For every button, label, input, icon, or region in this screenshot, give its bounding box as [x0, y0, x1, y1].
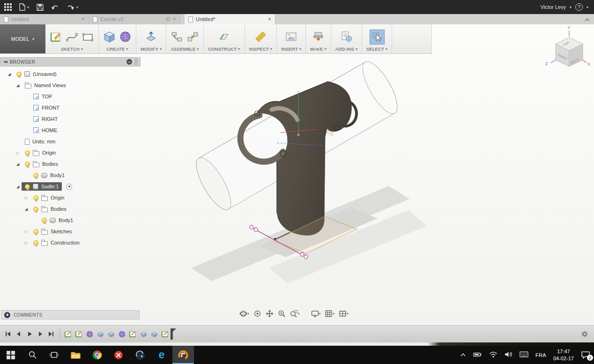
redo-button[interactable]: ▾: [67, 4, 78, 11]
browser-item-units[interactable]: Units: mm: [0, 136, 141, 147]
zoom-window-button[interactable]: ▾: [289, 308, 301, 319]
start-button[interactable]: [0, 346, 22, 364]
expand-arrow-icon[interactable]: ◢: [6, 72, 13, 76]
document-tab-cariole-v2[interactable]: Cariole v2 ×: [89, 14, 180, 24]
visibility-bulb-icon[interactable]: [16, 72, 22, 77]
browser-item-view-right[interactable]: RIGHT: [0, 113, 141, 125]
action-center-icon[interactable]: 2: [581, 351, 590, 359]
file-menu-button[interactable]: ▾: [19, 3, 29, 11]
assemble-menu[interactable]: ASSEMBLE▾: [171, 46, 199, 52]
expand-arrow-icon[interactable]: ◢: [14, 83, 22, 88]
spline-tool-button[interactable]: [66, 30, 78, 43]
timeline-extrude-feature-icon[interactable]: [97, 330, 104, 338]
timeline-play-button[interactable]: [25, 330, 34, 338]
select-menu[interactable]: SELECT▾: [366, 46, 387, 52]
viewports-button[interactable]: ▾: [337, 308, 350, 319]
help-button[interactable]: ?: [575, 3, 583, 11]
close-tab-icon[interactable]: ×: [82, 16, 85, 22]
timeline-step-back-button[interactable]: [15, 330, 23, 338]
fusion-360-icon[interactable]: [172, 346, 194, 364]
browser-item-body1[interactable]: Body1: [0, 170, 141, 181]
construct-menu[interactable]: CONSTRUCT▾: [208, 46, 240, 52]
timeline-extrude-feature-icon[interactable]: [107, 330, 115, 338]
insert-menu[interactable]: INSERT▾: [281, 46, 301, 52]
insert-canvas-button[interactable]: [285, 30, 297, 43]
expand-arrow-icon[interactable]: ◢: [22, 207, 30, 211]
browser-item-sadle-1[interactable]: ◢ Sadle:1: [0, 181, 141, 192]
visibility-bulb-icon[interactable]: [25, 162, 30, 167]
timeline-sketch-feature-icon[interactable]: [64, 330, 72, 338]
close-tab-icon[interactable]: ×: [173, 16, 176, 22]
timeline-position-marker[interactable]: [171, 328, 173, 340]
timeline-form-feature-icon[interactable]: [118, 330, 126, 338]
expand-arrow-icon[interactable]: ◢: [14, 185, 22, 189]
timeline-extrude-feature-icon[interactable]: [150, 330, 158, 338]
browser-item-view-top[interactable]: TOP: [0, 91, 141, 102]
timeline-sketch-feature-icon[interactable]: [75, 330, 83, 338]
task-view-button[interactable]: [43, 346, 65, 364]
visibility-bulb-icon[interactable]: [42, 218, 47, 223]
zoom-button[interactable]: [276, 308, 287, 319]
browser-item-construction[interactable]: ▷ Construction: [0, 237, 141, 248]
visibility-bulb-icon[interactable]: [33, 207, 38, 212]
hidden-icons-chevron[interactable]: [460, 352, 466, 358]
minimize-browser-icon[interactable]: [126, 59, 132, 65]
press-pull-button[interactable]: [145, 30, 157, 43]
save-button[interactable]: [37, 4, 44, 11]
make-3d-print-button[interactable]: [312, 30, 325, 43]
expand-arrow-icon[interactable]: ◢: [14, 162, 22, 166]
select-tool-button[interactable]: [370, 30, 385, 45]
new-component-button[interactable]: [171, 30, 183, 43]
create-sketch-button[interactable]: [50, 30, 62, 43]
timeline-form-feature-icon[interactable]: [86, 330, 94, 338]
create-box-button[interactable]: [103, 30, 116, 43]
make-menu[interactable]: MAKE▾: [310, 46, 327, 52]
expand-arrow-icon[interactable]: ▷: [22, 241, 30, 245]
3d-canvas[interactable]: Y TOP FRONT RIGHT Z X ◀◀ BROWSER: [0, 24, 594, 325]
workspace-selector[interactable]: MODEL ▾: [0, 24, 45, 53]
volume-icon[interactable]: [505, 351, 512, 359]
visibility-bulb-icon[interactable]: [33, 229, 38, 234]
collapse-tabs-chevron-icon[interactable]: [585, 15, 590, 23]
orbit-button[interactable]: ▾: [238, 308, 251, 319]
timeline-skip-start-button[interactable]: [4, 330, 12, 338]
panel-grip-icon[interactable]: [135, 59, 137, 65]
rectangle-tool-button[interactable]: [82, 30, 94, 43]
document-tab-untitled-active[interactable]: Untitled* ×: [185, 14, 275, 24]
close-tab-icon[interactable]: ×: [268, 16, 271, 22]
collapse-panel-icon[interactable]: ◀◀: [3, 60, 7, 64]
look-at-button[interactable]: [252, 308, 263, 319]
construction-plane-button[interactable]: [218, 30, 230, 43]
comments-bar[interactable]: COMMENTS: [1, 310, 140, 319]
visibility-bulb-icon[interactable]: [33, 173, 38, 178]
expand-arrow-icon[interactable]: ▷: [14, 151, 22, 155]
touch-keyboard-icon[interactable]: [520, 351, 528, 358]
undo-button[interactable]: [51, 4, 59, 11]
browser-item-bodies[interactable]: ◢ Bodies: [0, 158, 141, 170]
grid-snaps-button[interactable]: ▾: [323, 308, 336, 319]
browser-item-origin[interactable]: ▷ Origin: [0, 147, 141, 158]
activate-component-radio[interactable]: [66, 184, 72, 190]
document-tab-untitled-1[interactable]: Untitled ×: [0, 14, 89, 24]
taskbar-clock[interactable]: 17:47 04-02-17: [553, 348, 574, 362]
edge-icon[interactable]: e: [151, 346, 172, 364]
browser-item-sadle-origin[interactable]: ▷ Origin: [0, 192, 141, 203]
measure-button[interactable]: [254, 30, 267, 43]
chrome-icon[interactable]: [86, 346, 108, 364]
browser-item-view-home[interactable]: HOME: [0, 125, 141, 136]
timeline-sketch-feature-icon[interactable]: [161, 330, 169, 338]
create-form-button[interactable]: [119, 30, 132, 43]
browser-header[interactable]: ◀◀ BROWSER: [0, 57, 141, 67]
browser-item-sketches[interactable]: ▷ Sketches: [0, 226, 141, 237]
visibility-bulb-icon[interactable]: [25, 150, 30, 156]
language-indicator[interactable]: FRA: [535, 352, 546, 358]
inspect-menu[interactable]: INSPECT▾: [249, 46, 273, 52]
expand-arrow-icon[interactable]: ▷: [22, 196, 30, 200]
timeline-skip-end-button[interactable]: [47, 330, 55, 338]
timeline-settings-gear-icon[interactable]: [581, 330, 590, 338]
app-icon-red[interactable]: [108, 346, 129, 364]
browser-item-sadle-bodies[interactable]: ◢ Bodies: [0, 203, 141, 215]
visibility-bulb-icon[interactable]: [33, 240, 38, 245]
create-menu[interactable]: CREATE▾: [107, 46, 128, 52]
visibility-bulb-icon[interactable]: [25, 184, 30, 189]
